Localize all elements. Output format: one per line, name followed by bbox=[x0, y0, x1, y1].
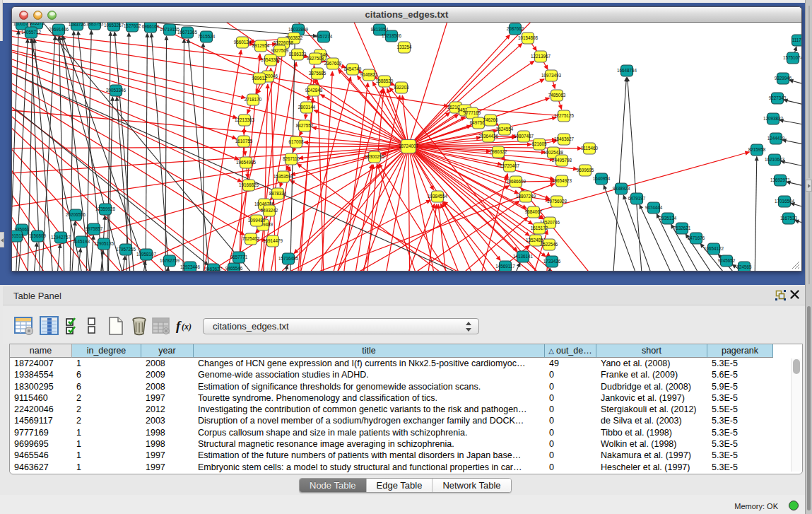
graph-node-label: 13692971 bbox=[770, 177, 791, 182]
table-cell: 1997 bbox=[141, 392, 194, 404]
panel-grabber[interactable] bbox=[807, 306, 811, 510]
graph-node-label: 1099489 bbox=[248, 218, 266, 223]
table-cell: 2003 bbox=[141, 415, 194, 426]
table-cell: 49 bbox=[545, 358, 596, 369]
table-cell: Jankovic et al. (1997) bbox=[596, 392, 707, 404]
graph-edge[interactable] bbox=[354, 95, 400, 271]
float-window-icon[interactable] bbox=[775, 290, 786, 300]
graph-node-label: 16914479 bbox=[263, 238, 283, 243]
column-header-pagerank[interactable]: pagerank bbox=[707, 344, 773, 358]
table-cell: Corpus callosum shape and size in male p… bbox=[194, 427, 545, 438]
graph-edge[interactable] bbox=[321, 95, 409, 146]
graph-edge[interactable] bbox=[12, 106, 408, 146]
table-settings-icon[interactable] bbox=[14, 316, 34, 336]
memory-status-icon[interactable] bbox=[789, 501, 799, 510]
table-row[interactable]: 977716911998Corpus callosum shape and si… bbox=[10, 427, 790, 438]
graph-edge[interactable] bbox=[238, 128, 245, 271]
close-panel-icon[interactable] bbox=[790, 290, 799, 299]
column-header-out_de[interactable]: △out_de… bbox=[545, 344, 596, 358]
graph-edge[interactable] bbox=[326, 146, 408, 271]
graph-edge[interactable] bbox=[795, 221, 801, 224]
table-cell: 2 bbox=[72, 415, 141, 426]
table-cell: 2 bbox=[72, 404, 141, 415]
column-header-year[interactable]: year bbox=[141, 344, 194, 358]
table-row[interactable]: 1938455462009Genome-wide association stu… bbox=[10, 369, 790, 380]
graph-edge[interactable] bbox=[165, 267, 168, 271]
table-row[interactable]: 1872400712008Changes of HCN gene express… bbox=[10, 358, 790, 369]
graph-edge[interactable] bbox=[151, 33, 171, 271]
graph-node-label: 20364436 bbox=[478, 134, 499, 139]
new-table-icon[interactable] bbox=[106, 316, 126, 336]
graph-edge[interactable] bbox=[12, 23, 242, 182]
svg-text:(x): (x) bbox=[182, 322, 192, 332]
column-header-label: out_de… bbox=[556, 346, 592, 356]
graph-edge[interactable] bbox=[755, 157, 757, 271]
table-cell: 0 bbox=[545, 427, 596, 438]
network-graph-canvas[interactable]: 1600575905571140557122069140610837261883… bbox=[12, 23, 801, 271]
tab-edge-table[interactable]: Edge Table bbox=[367, 479, 433, 492]
graph-node-label: 17957255 bbox=[116, 247, 136, 252]
graph-node-label: 24495798 bbox=[552, 158, 572, 163]
table-mode-tabs: Node TableEdge TableNetwork Table bbox=[299, 478, 512, 493]
scrollbar-thumb[interactable] bbox=[793, 359, 800, 374]
row-height-icon[interactable] bbox=[86, 316, 98, 336]
graph-edge[interactable] bbox=[317, 81, 326, 271]
graph-node-label: 1615172 bbox=[531, 226, 548, 230]
graph-edge[interactable] bbox=[377, 164, 432, 271]
graph-node-label: 9657771 bbox=[230, 255, 248, 259]
resize-grip-icon[interactable] bbox=[792, 261, 800, 269]
graph-edge[interactable] bbox=[784, 100, 801, 105]
graph-edge[interactable] bbox=[183, 39, 184, 271]
graph-edge[interactable] bbox=[782, 140, 801, 145]
column-header-label: short bbox=[642, 346, 661, 356]
graph-node-label: 1624554 bbox=[496, 127, 514, 132]
table-cell: 5.3E-5 bbox=[707, 392, 773, 404]
window-titlebar[interactable]: citations_edges.txt bbox=[12, 7, 801, 23]
column-header-short[interactable]: short bbox=[596, 344, 707, 358]
table-cell: 1998 bbox=[141, 427, 194, 438]
graph-edge[interactable] bbox=[204, 43, 204, 271]
table-vertical-scrollbar[interactable] bbox=[791, 358, 801, 472]
graph-node-label: 7515524 bbox=[198, 34, 216, 39]
table-cell: 9465546 bbox=[10, 450, 72, 461]
graph-node-label: 2367608 bbox=[324, 61, 342, 66]
table-cell: Hescheler et al. (1997) bbox=[596, 462, 707, 473]
tab-node-table[interactable]: Node Table bbox=[300, 479, 367, 492]
table-cell: 9699695 bbox=[10, 438, 72, 450]
graph-node-label: 6966160 bbox=[142, 24, 160, 29]
select-columns-icon[interactable] bbox=[40, 316, 59, 336]
graph-edge[interactable] bbox=[122, 256, 125, 271]
table-selector-dropdown[interactable]: citations_edges.txt bbox=[203, 318, 479, 334]
table-row[interactable]: 1456911722003Disruption of a novel membe… bbox=[10, 415, 790, 426]
graph-node-label: 16210643 bbox=[765, 157, 785, 162]
table-row[interactable]: 1830029562008Estimation of significance … bbox=[10, 381, 790, 392]
window-title: citations_edges.txt bbox=[12, 9, 801, 20]
table-row[interactable]: 946554611997Estimation of the future num… bbox=[10, 450, 790, 461]
column-header-in_degree[interactable]: in_degree bbox=[72, 344, 141, 358]
column-header-name[interactable]: name bbox=[10, 344, 72, 358]
select-rows-icon[interactable] bbox=[65, 316, 85, 336]
control-panel-edge bbox=[0, 0, 3, 41]
delete-table-icon[interactable] bbox=[129, 316, 149, 336]
graph-node-label: 18807249 bbox=[516, 194, 536, 199]
column-header-title[interactable]: title bbox=[194, 344, 545, 358]
table-row[interactable]: 2242004622012Investigating the contribut… bbox=[10, 404, 790, 415]
graph-edge[interactable] bbox=[314, 110, 408, 146]
table-cell: Yano et al. (2008) bbox=[596, 358, 707, 369]
expand-results-panel-icon[interactable] bbox=[806, 180, 812, 192]
table-row[interactable]: 911546021997Tourette syndrome. Phenomeno… bbox=[10, 392, 790, 404]
table-row[interactable]: 946362711997Embryonic stem cells: a mode… bbox=[10, 462, 790, 473]
tab-network-table[interactable]: Network Table bbox=[433, 479, 510, 492]
function-builder-icon[interactable]: f (x) bbox=[175, 316, 194, 336]
graph-edge[interactable] bbox=[90, 235, 93, 271]
table-cell: 5.3E-5 bbox=[707, 415, 773, 426]
column-header-label: pagerank bbox=[722, 346, 758, 356]
graph-edge[interactable] bbox=[408, 23, 580, 146]
table-row[interactable]: 969969511998Structural magnetic resonanc… bbox=[10, 438, 790, 450]
collapse-control-panel-icon[interactable] bbox=[0, 232, 4, 247]
graph-edge[interactable] bbox=[188, 39, 213, 271]
graph-edge[interactable] bbox=[146, 33, 147, 271]
graph-node-label: 1156809 bbox=[29, 233, 47, 238]
graph-node-label: 8186323 bbox=[289, 52, 307, 57]
graph-node-label: 2522546 bbox=[541, 242, 558, 247]
